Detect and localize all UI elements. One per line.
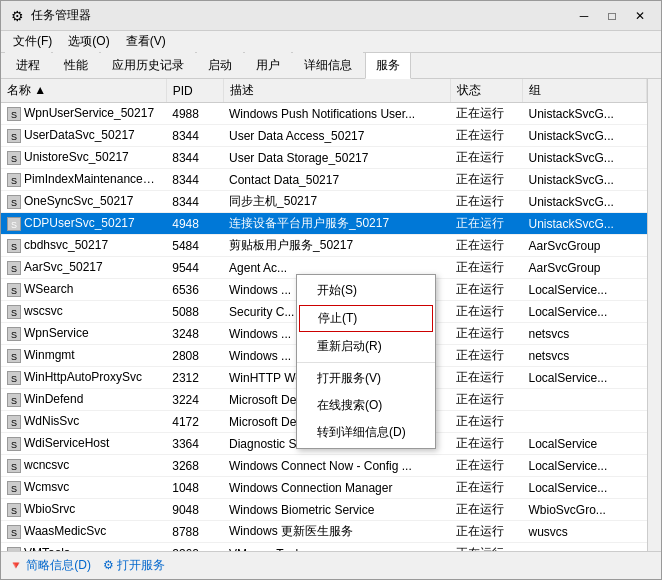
cell-group: UnistackSvcG... — [523, 213, 647, 235]
table-row[interactable]: SWcmsvc1048Windows Connection Manager正在运… — [1, 477, 647, 499]
cell-group — [523, 389, 647, 411]
cell-group: LocalService... — [523, 455, 647, 477]
cell-status: 正在运行 — [450, 477, 522, 499]
col-header-group[interactable]: 组 — [523, 79, 647, 103]
cell-group: UnistackSvcG... — [523, 147, 647, 169]
cell-status: 正在运行 — [450, 411, 522, 433]
table-row[interactable]: SWaasMedicSvc8788Windows 更新医生服务正在运行wusvc… — [1, 521, 647, 543]
cell-group: wusvcs — [523, 521, 647, 543]
cell-status: 正在运行 — [450, 543, 522, 552]
cell-name: SWinDefend — [1, 389, 166, 411]
tab-performance[interactable]: 性能 — [53, 52, 99, 78]
cell-pid: 3268 — [166, 455, 223, 477]
cell-name: SUserDataSvc_50217 — [1, 125, 166, 147]
status-bar: 🔻 简略信息(D) ⚙ 打开服务 — [1, 551, 661, 579]
menu-view[interactable]: 查看(V) — [118, 31, 174, 52]
col-header-desc[interactable]: 描述 — [223, 79, 450, 103]
cell-desc: Windows Push Notifications User... — [223, 103, 450, 125]
table-row[interactable]: SWbioSrvc9048Windows Biometric Service正在… — [1, 499, 647, 521]
window-title: 任务管理器 — [31, 7, 571, 24]
cell-pid: 8344 — [166, 125, 223, 147]
cell-status: 正在运行 — [450, 213, 522, 235]
tabs-bar: 进程 性能 应用历史记录 启动 用户 详细信息 服务 — [1, 53, 661, 79]
maximize-button[interactable]: □ — [599, 5, 625, 27]
tab-details[interactable]: 详细信息 — [293, 52, 363, 78]
summary-info-link[interactable]: 🔻 简略信息(D) — [9, 557, 91, 574]
cell-name: SWcmsvc — [1, 477, 166, 499]
cell-desc: 连接设备平台用户服务_50217 — [223, 213, 450, 235]
cell-pid: 9048 — [166, 499, 223, 521]
cell-name: SUnistoreSvc_50217 — [1, 147, 166, 169]
table-row[interactable]: Scbdhsvc_502175484剪贴板用户服务_50217正在运行AarSv… — [1, 235, 647, 257]
menu-file[interactable]: 文件(F) — [5, 31, 60, 52]
cell-desc: 剪贴板用户服务_50217 — [223, 235, 450, 257]
scrollbar[interactable] — [647, 79, 661, 551]
tab-app-history[interactable]: 应用历史记录 — [101, 52, 195, 78]
context-menu-item[interactable]: 开始(S) — [297, 277, 435, 304]
cell-name: SCDPUserSvc_50217 — [1, 213, 166, 235]
context-menu-item[interactable]: 转到详细信息(D) — [297, 419, 435, 446]
table-row[interactable]: SOneSyncSvc_502178344同步主机_50217正在运行Unist… — [1, 191, 647, 213]
cell-status: 正在运行 — [450, 367, 522, 389]
cell-group: LocalService... — [523, 279, 647, 301]
close-button[interactable]: ✕ — [627, 5, 653, 27]
content-area: 名称 ▲ PID 描述 状态 组 SWpnUserService_5021749… — [1, 79, 661, 551]
table-row[interactable]: Swcncsvc3268Windows Connect Now - Config… — [1, 455, 647, 477]
cell-name: SWaasMedicSvc — [1, 521, 166, 543]
context-menu-separator — [297, 362, 435, 363]
cell-desc: Windows Connect Now - Config ... — [223, 455, 450, 477]
open-services-link[interactable]: ⚙ 打开服务 — [103, 557, 165, 574]
context-menu-item[interactable]: 打开服务(V) — [297, 365, 435, 392]
cell-pid: 9544 — [166, 257, 223, 279]
cell-group: LocalService... — [523, 477, 647, 499]
title-bar: ⚙ 任务管理器 ─ □ ✕ — [1, 1, 661, 31]
col-header-status[interactable]: 状态 — [450, 79, 522, 103]
cell-group — [523, 411, 647, 433]
context-menu-item[interactable]: 在线搜索(O) — [297, 392, 435, 419]
cell-desc: Windows Biometric Service — [223, 499, 450, 521]
table-row[interactable]: SWpnUserService_502174988Windows Push No… — [1, 103, 647, 125]
tab-services[interactable]: 服务 — [365, 52, 411, 79]
context-menu-item[interactable]: 停止(T) — [299, 305, 433, 332]
cell-group: netsvcs — [523, 323, 647, 345]
services-icon: ⚙ — [103, 558, 114, 572]
col-header-name[interactable]: 名称 ▲ — [1, 79, 166, 103]
menu-options[interactable]: 选项(O) — [60, 31, 117, 52]
cell-pid: 8344 — [166, 147, 223, 169]
cell-pid: 4948 — [166, 213, 223, 235]
cell-pid: 3364 — [166, 433, 223, 455]
summary-icon: 🔻 — [9, 559, 23, 571]
cell-group — [523, 543, 647, 552]
summary-label: 简略信息(D) — [26, 558, 91, 572]
cell-pid: 2360 — [166, 543, 223, 552]
tab-users[interactable]: 用户 — [245, 52, 291, 78]
cell-pid: 1048 — [166, 477, 223, 499]
cell-group: UnistackSvcG... — [523, 191, 647, 213]
table-row[interactable]: SVMTools2360VMware Tools正在运行 — [1, 543, 647, 552]
table-row[interactable]: SUnistoreSvc_502178344User Data Storage_… — [1, 147, 647, 169]
cell-group: UnistackSvcG... — [523, 103, 647, 125]
cell-pid: 2312 — [166, 367, 223, 389]
cell-group: LocalService... — [523, 301, 647, 323]
table-row[interactable]: SPimIndexMaintenanceSv...8344Contact Dat… — [1, 169, 647, 191]
cell-pid: 4172 — [166, 411, 223, 433]
cell-desc: Windows Connection Manager — [223, 477, 450, 499]
cell-name: SVMTools — [1, 543, 166, 552]
cell-status: 正在运行 — [450, 191, 522, 213]
cell-name: SWSearch — [1, 279, 166, 301]
window-controls: ─ □ ✕ — [571, 5, 653, 27]
tab-startup[interactable]: 启动 — [197, 52, 243, 78]
cell-pid: 5088 — [166, 301, 223, 323]
cell-group: netsvcs — [523, 345, 647, 367]
col-header-pid[interactable]: PID — [166, 79, 223, 103]
tab-process[interactable]: 进程 — [5, 52, 51, 78]
cell-group: AarSvcGroup — [523, 257, 647, 279]
main-window: ⚙ 任务管理器 ─ □ ✕ 文件(F) 选项(O) 查看(V) 进程 性能 应用… — [0, 0, 662, 580]
cell-pid: 6536 — [166, 279, 223, 301]
cell-group: UnistackSvcG... — [523, 125, 647, 147]
context-menu-item[interactable]: 重新启动(R) — [297, 333, 435, 360]
minimize-button[interactable]: ─ — [571, 5, 597, 27]
table-row[interactable]: SCDPUserSvc_502174948连接设备平台用户服务_50217正在运… — [1, 213, 647, 235]
cell-status: 正在运行 — [450, 521, 522, 543]
table-row[interactable]: SUserDataSvc_502178344User Data Access_5… — [1, 125, 647, 147]
